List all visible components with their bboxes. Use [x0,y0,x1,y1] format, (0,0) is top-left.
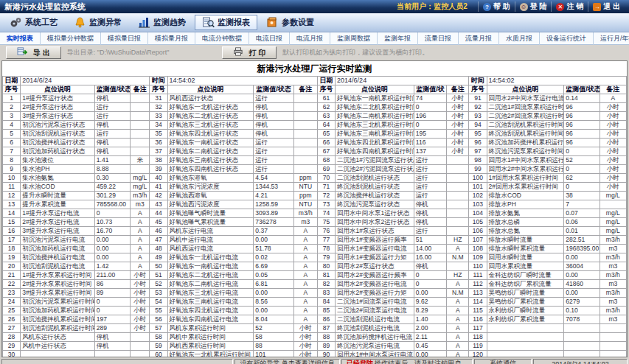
cell-no: 13 [3,200,21,209]
cell-value: 0 [564,183,600,192]
table-row: 27初沉池刮泥机累积运行时间289小时57风机东累积运行时间52小时87终沉池刮… [3,324,627,333]
cell-note [447,262,469,271]
table-row: 141#提升水泵运行电流0A44好氧池曝气瞬时流量3093.89m3/h74回用… [3,209,627,218]
cell-note: A [293,289,317,298]
tab-12[interactable]: 水质月报 [499,32,540,45]
cell-value: 1344.53 [254,183,293,192]
cell-description: 好氧池东三北机累积运行时间 [336,121,414,130]
print-button[interactable]: 打 印 [222,46,277,59]
tab-5[interactable]: 电流分钟数据 [195,32,249,45]
menu-item-1[interactable]: 系统工艺 [2,15,65,30]
cell-note [293,112,317,121]
cell-description: 提升水瞬时流量 [21,192,95,200]
tab-4[interactable]: 模拟量月报 [148,32,195,45]
cell-value: 301.29 [94,192,130,200]
exit-button[interactable]: →退 出 [588,1,625,12]
cell-description: 初沉池刮泥机运行状态 [21,130,95,139]
cell-note: mg/L [600,227,626,236]
menu-item-5[interactable]: 参数设置 [259,15,322,30]
cell-description: 二沉池1#回流泵运行电流 [336,298,414,307]
cell-no: 4 [3,121,21,130]
cell-value: 62 [564,174,600,183]
cell-description: 1#提升水泵累积运行时间 [21,271,95,280]
cell-value: 运行 [414,227,446,236]
cell-value: 0.00 [414,351,446,358]
cell-value: 736278 [254,218,293,227]
tab-14[interactable]: 运行月/年报 [594,32,629,45]
cell-no: 59 [150,342,167,351]
cell-description: 回用水2#中间水泵累积运行时间 [487,165,564,174]
cell-note: 小时 [600,112,626,121]
cell-description: 排放水COD [487,192,564,200]
table-row: 20初沉池刮泥机运行电流1.42A50好氧池东一南机运行电流6.69A80回用水… [3,262,627,271]
cell-value: 7 [564,200,600,209]
tab-11[interactable]: 流量月报 [459,32,499,45]
cell-description: 回用水2#泵运行状态 [336,262,414,271]
cell-description: 好氧池西污泥浓度 [167,200,254,209]
table-row: 13提升水累积流量785568.00m343好氧池西污泥浓度1258.59NTU… [3,200,627,209]
cell-description: 初沉池搅拌机累积运行时间 [21,315,95,324]
tab-7[interactable]: 电流月报 [290,32,330,45]
column-header: 备注 [131,85,150,94]
cell-value: 运行 [94,103,130,112]
cell-value: 96 [564,139,600,147]
cell-description [487,324,564,333]
cell-note [447,192,469,200]
cell-no: 120 [469,351,487,358]
help-button[interactable]: ?帮 助 [478,1,515,12]
menu-item-2[interactable]: 监测异常 [66,15,129,30]
cell-description: 回用水1#变频器运行力矩 [336,253,414,262]
cell-value: 3093.89 [254,209,293,218]
table-row: 18初沉池加药机运行电流0.00A48风机西运行电流51.78A78回用水1#变… [3,245,627,253]
cell-no: 15 [3,218,21,227]
cell-no: 70 [317,174,335,183]
cell-note [600,333,626,342]
cell-value: 96 [564,130,600,139]
menu-item-3[interactable]: 监测趋势 [131,15,193,30]
cell-description: 好氧池东一南机累积运行时间 [336,94,414,103]
cell-no: 10 [3,174,21,183]
cell-note: m3/h [293,209,317,218]
cell-no: 115 [469,307,487,315]
tab-2[interactable]: 模拟量分钟数据 [41,32,101,45]
tab-6[interactable]: 电流日报 [249,32,290,45]
status-task-info[interactable]: 没有新的异常 单击查看详细信息 [234,359,340,364]
table-row: 33#提升泵运行状态运行33好氧池东二北机运行状态停机63好氧池东二南机累积运行… [3,112,627,121]
cell-value: 6279 [564,298,600,307]
date-time-header-row: 日期2014/6/24时间14:54:02日期2014/6/24时间14:54:… [3,77,627,85]
cell-note: 小时 [447,103,469,112]
menu-bar: 系统工艺监测异常监测趋势监测报表参数设置 [0,13,629,32]
cell-value: 289 [94,324,130,333]
tab-bar: 实时报表模拟量分钟数据模拟量日报模拟量月报电流分钟数据电流日报电流月报监测周数据… [0,32,629,45]
cell-description: 二沉池1#回流泵累积运行时间 [487,103,564,112]
tab-1[interactable]: 实时报表 [0,32,41,45]
report-title: 新港污水处理厂运行实时监测 [2,61,627,76]
tab-10[interactable]: 流量日报 [418,32,459,45]
date-label: 日期 [3,77,21,85]
export-button[interactable]: 导 出 [6,46,61,59]
cell-value: 运行 [94,112,130,121]
cell-no: 110 [469,262,487,271]
menu-item-4[interactable]: 监测报表 [195,15,257,30]
logout-button[interactable]: ✕注 销 [551,1,588,12]
tab-3[interactable]: 模拟量日报 [101,32,148,45]
cell-description: 终沉池搅拌机运行状态 [336,192,414,200]
cell-no: 38 [150,156,167,165]
status-datetime: 2014/6/24 14:54:02 [533,359,628,364]
cell-description: 昊鸣纺织厂瞬时流量 [487,289,564,298]
cell-no: 114 [469,298,487,307]
cell-note: N.M [447,289,469,298]
cell-note: A [293,262,317,271]
cell-note: A [447,280,469,289]
tab-13[interactable]: 设备运行统计 [540,32,594,45]
cell-value: 41860 [564,280,600,289]
login-button[interactable]: ☺登 陆 [515,1,552,12]
cell-description: 回用水2#变频器运行电流 [336,280,414,289]
cell-note: m3 [131,200,150,209]
tab-9[interactable]: 监测年报 [378,32,418,45]
cell-value: 运行 [94,130,130,139]
column-header: 点位说明 [167,85,254,94]
cell-no: 99 [469,165,487,174]
cell-description: 集水池PH [21,165,95,174]
tab-8[interactable]: 监测周数据 [330,32,378,45]
